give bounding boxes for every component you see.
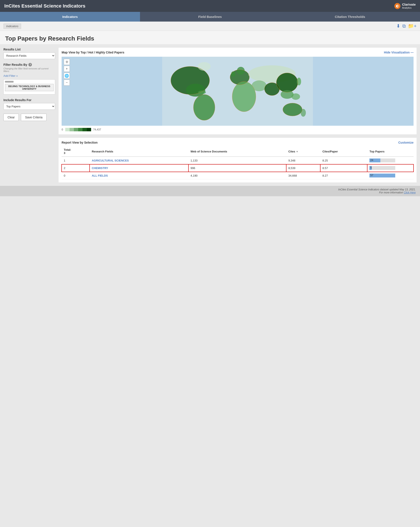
- include-results-label: Include Results For: [3, 98, 55, 102]
- table-row: 2 CHEMISTRY 996 8,539 8.57 5: [62, 164, 414, 172]
- filter-tag: BEIJING TECHNOLOGY & BUSINESS UNIVERSITY: [5, 84, 54, 91]
- bar-cell: 24: [369, 158, 411, 162]
- table-header: Total: 3 Research Fields Web of Science …: [62, 146, 414, 156]
- cites-cell: 8,539: [286, 164, 320, 172]
- cites-cell: 9,348: [286, 156, 320, 164]
- data-table: Total: 3 Research Fields Web of Science …: [62, 146, 414, 179]
- scale-min: 0: [62, 128, 63, 131]
- map-title: Map View by Top / Hot / Highly Cited Pap…: [62, 51, 124, 54]
- hide-visualization-link[interactable]: Hide Visualization —: [384, 51, 414, 54]
- filter-section: Filter Results By ? Changing the filter …: [3, 63, 55, 94]
- clarivate-logo: ◐ Clarivate Analytics: [394, 3, 416, 9]
- map-header: Map View by Top / Hot / Highly Cited Pap…: [62, 51, 414, 54]
- filter-note: Changing the filter field removes all cu…: [3, 67, 55, 72]
- report-view-title: Report View by Selection: [62, 141, 98, 144]
- col-research-fields: Research Fields: [90, 146, 189, 156]
- help-icon[interactable]: ?: [28, 63, 32, 66]
- svg-point-12: [291, 93, 300, 100]
- filter-tag-bar: [5, 81, 14, 83]
- clarivate-logo-icon: ◐: [394, 3, 400, 9]
- page-title-area: Top Papers by Research Fields: [0, 31, 420, 44]
- nav-bar: Indicators Field Baselines Citation Thre…: [0, 12, 420, 22]
- footer-link[interactable]: Click Here: [404, 191, 416, 194]
- bar-bg: 57: [369, 174, 395, 177]
- save-criteria-button[interactable]: Save Criteria: [21, 114, 47, 121]
- bar-label: 5: [369, 166, 372, 169]
- filter-tag-container: BEIJING TECHNOLOGY & BUSINESS UNIVERSITY: [3, 79, 55, 94]
- globe-icon[interactable]: 🌐: [64, 73, 70, 79]
- col-cites-per-paper: Cites/Paper: [320, 146, 368, 156]
- map-container: ✛ + 🌐 −: [62, 57, 414, 126]
- field-link[interactable]: ALL FIELDS: [92, 174, 108, 177]
- cites-per-paper-cell: 8.57: [320, 164, 368, 172]
- table-row: 1 AGRICULTURAL SCIENCES 1,133 9,348 8.25…: [62, 156, 414, 164]
- include-results-select[interactable]: Top Papers: [3, 103, 55, 110]
- tab-field-baselines[interactable]: Field Baselines: [140, 12, 280, 22]
- toolbar-icons: ⬇ ⧉ 📁+: [396, 23, 417, 29]
- table-section: Report View by Selection Customize Total…: [59, 138, 417, 182]
- footer-link-note: For more information: [379, 191, 403, 194]
- copy-icon[interactable]: ⧉: [402, 23, 406, 29]
- map-controls: ✛ + 🌐 −: [64, 59, 70, 86]
- table-header-row: Report View by Selection Customize: [62, 141, 414, 144]
- col-wos-docs: Web of Science Documents: [189, 146, 286, 156]
- bar-cell: 5: [369, 166, 411, 170]
- map-section: Map View by Top / Hot / Highly Cited Pap…: [59, 48, 417, 134]
- world-map-svg: [62, 57, 414, 126]
- include-results-section: Include Results For Top Papers: [3, 98, 55, 110]
- app-header: InCites Essential Science Indicators ◐ C…: [0, 0, 420, 12]
- customize-link[interactable]: Customize: [398, 141, 414, 144]
- cites-per-paper-cell: 8.27: [320, 172, 368, 179]
- svg-point-16: [297, 78, 301, 85]
- results-list-label: Results List: [3, 48, 55, 51]
- main-content: Results List Research Fields Filter Resu…: [0, 44, 420, 186]
- scale-bar: [65, 128, 91, 131]
- add-folder-icon[interactable]: 📁+: [408, 23, 417, 29]
- right-panel: Map View by Top / Hot / Highly Cited Pap…: [59, 48, 417, 182]
- add-filter-link[interactable]: Add Filter »: [3, 74, 18, 77]
- action-buttons: Clear Save Criteria: [3, 114, 55, 121]
- bar-label: 24: [369, 159, 373, 162]
- pan-icon[interactable]: ✛: [64, 59, 70, 65]
- results-list-section: Results List Research Fields: [3, 48, 55, 59]
- top-papers-cell: 24: [367, 156, 414, 164]
- svg-point-14: [301, 109, 306, 117]
- results-list-select[interactable]: Research Fields: [3, 52, 55, 59]
- bar-bg: 24: [369, 158, 395, 162]
- bar-cell: 57: [369, 174, 411, 177]
- field-link[interactable]: CHEMISTRY: [92, 166, 108, 170]
- breadcrumb: Indicators: [3, 23, 21, 29]
- toolbar: Indicators ⬇ ⧉ 📁+: [0, 22, 420, 31]
- col-total: Total: 3: [62, 146, 90, 156]
- zoom-in-icon[interactable]: +: [64, 66, 70, 72]
- svg-point-3: [198, 91, 206, 94]
- scale-max: 74,437: [93, 128, 101, 131]
- field-cell: AGRICULTURAL SCIENCES: [90, 156, 189, 164]
- app-title: InCites Essential Science Indicators: [4, 3, 85, 9]
- tab-indicators[interactable]: Indicators: [0, 12, 140, 22]
- bar-label: 57: [369, 174, 373, 177]
- bar-fill: [369, 174, 395, 177]
- clear-button[interactable]: Clear: [3, 114, 19, 121]
- rank-cell: 0: [62, 172, 90, 179]
- left-panel: Results List Research Fields Filter Resu…: [3, 48, 55, 182]
- tab-citation-thresholds[interactable]: Citation Thresholds: [280, 12, 420, 22]
- footer-text: InCites Essential Science Indicators dat…: [338, 188, 416, 191]
- field-link[interactable]: AGRICULTURAL SCIENCES: [92, 159, 129, 162]
- top-papers-cell: 57: [367, 172, 414, 179]
- svg-point-15: [198, 62, 211, 71]
- footer: InCites Essential Science Indicators dat…: [0, 186, 420, 196]
- svg-point-18: [237, 67, 245, 75]
- wos-docs-cell: 4,190: [189, 172, 286, 179]
- bar-bg: 5: [369, 166, 395, 170]
- zoom-out-icon[interactable]: −: [64, 80, 70, 86]
- svg-point-17: [231, 71, 235, 77]
- map-scale: 0 74,437: [62, 128, 414, 131]
- table-row: 0 ALL FIELDS 4,190 34,668 8.27 57: [62, 172, 414, 179]
- col-cites[interactable]: Cites ▼: [286, 146, 320, 156]
- download-icon[interactable]: ⬇: [396, 23, 400, 29]
- field-cell: CHEMISTRY: [90, 164, 189, 172]
- wos-docs-cell: 1,133: [189, 156, 286, 164]
- top-papers-cell: 5: [367, 164, 414, 172]
- cites-per-paper-cell: 8.25: [320, 156, 368, 164]
